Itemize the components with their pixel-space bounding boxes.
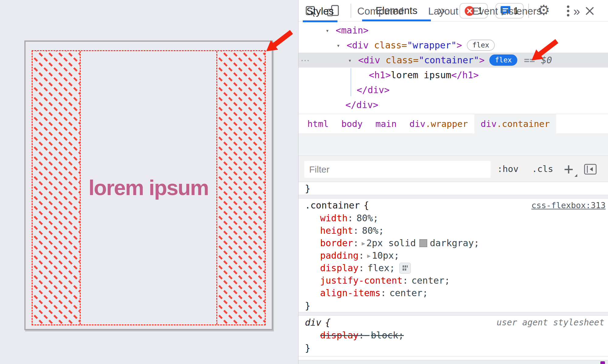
css-prop-align-items[interactable]: align-items: center; bbox=[299, 287, 608, 299]
toggle-class-button[interactable]: .cls bbox=[532, 156, 553, 182]
colon: : bbox=[358, 250, 364, 261]
prop-value: block bbox=[371, 330, 398, 341]
section-divider bbox=[299, 356, 608, 356]
css-prop-justify-content[interactable]: justify-content: center; bbox=[299, 274, 608, 287]
h1-text-node: lorem ipsum bbox=[391, 70, 451, 80]
prop-name[interactable]: height bbox=[320, 225, 353, 236]
styles-filter-input[interactable] bbox=[304, 161, 491, 178]
stylesheet-source-link[interactable]: css-flexbox:313 bbox=[531, 201, 606, 210]
breadcrumb-body[interactable]: body bbox=[335, 114, 369, 133]
prop-name: display bbox=[320, 330, 358, 341]
container-rule-selector-line[interactable]: .container { css-flexbox:313 bbox=[299, 198, 608, 212]
prop-value[interactable]: center bbox=[411, 275, 444, 286]
overridden-declaration: display: block; bbox=[320, 330, 404, 341]
breadcrumb: html body main div.wrapper div.container bbox=[299, 114, 608, 133]
rule-separator bbox=[299, 312, 608, 316]
toggle-hover-state-button[interactable]: :hov bbox=[497, 156, 519, 182]
css-prop-display-overridden[interactable]: display: block; bbox=[299, 329, 608, 341]
more-panels-chevron-icon[interactable]: » bbox=[570, 0, 584, 22]
container-element-preview: lorem ipsum bbox=[24, 40, 273, 330]
prop-value-color[interactable]: darkgray bbox=[430, 238, 474, 248]
expand-twisty-icon[interactable]: ▾ bbox=[326, 27, 333, 34]
dom-row-div-container[interactable]: ▾ <div class="container"> flex == $0 bbox=[348, 53, 552, 68]
semicolon: ; bbox=[390, 263, 395, 273]
red-annotation-arrow-flex-badge bbox=[530, 38, 559, 61]
tab-computed[interactable]: Computed bbox=[354, 0, 407, 22]
semicolon: ; bbox=[398, 330, 404, 341]
toggle-sidebar-icon[interactable] bbox=[584, 163, 597, 175]
hatch-pattern-left-icon bbox=[33, 51, 80, 324]
prop-name[interactable]: padding bbox=[320, 250, 358, 261]
rule-selector[interactable]: .container bbox=[305, 200, 360, 211]
screenshot-stage: lorem ipsum bbox=[0, 0, 608, 364]
open-brace: { bbox=[364, 200, 369, 211]
color-swatch[interactable] bbox=[419, 239, 427, 247]
breadcrumb-div-container-selected[interactable]: div.container bbox=[474, 114, 556, 133]
flex-badge-wrapper[interactable]: flex bbox=[467, 40, 494, 51]
clipped-next-section-text bbox=[600, 361, 605, 364]
tab-styles[interactable]: Styles bbox=[303, 0, 337, 22]
colon: : bbox=[381, 288, 386, 298]
dom-indent-guide bbox=[351, 68, 351, 96]
dom-row-close-wrapper[interactable]: </div> bbox=[345, 97, 378, 112]
toolbar-divider bbox=[351, 4, 351, 18]
dom-row-h1[interactable]: <h1>lorem ipsum</h1> bbox=[369, 68, 479, 82]
css-prop-display[interactable]: display: flex; bbox=[299, 262, 608, 274]
attr-value-container: "container" bbox=[419, 55, 479, 65]
new-rule-dropdown-corner-icon bbox=[575, 174, 577, 177]
tag-main: <main> bbox=[336, 25, 369, 36]
tab-styles-active-underline bbox=[303, 20, 337, 22]
prop-name[interactable]: width bbox=[320, 213, 348, 223]
tag-div-closing: </div> bbox=[357, 85, 390, 95]
tag-div-wrapper: <div bbox=[347, 40, 374, 51]
tab-event-listeners[interactable]: Event Listeners bbox=[469, 0, 545, 22]
ua-rule-selector-line[interactable]: div { user agent stylesheet bbox=[299, 316, 608, 329]
css-prop-border[interactable]: border: ▶ 2px solid darkgray; bbox=[299, 237, 608, 249]
colon: : bbox=[358, 263, 364, 273]
prop-value[interactable]: center bbox=[390, 288, 422, 298]
prop-name[interactable]: border bbox=[320, 238, 353, 248]
dom-row-gutter-dots-icon[interactable]: ⋯ bbox=[301, 53, 310, 68]
flexbox-overlay: lorem ipsum bbox=[32, 50, 266, 325]
dom-row-close-container[interactable]: </div> bbox=[357, 82, 390, 97]
prop-value[interactable]: 80% bbox=[362, 225, 378, 236]
tag-close-bracket: > bbox=[479, 55, 484, 65]
prop-value[interactable]: 80% bbox=[356, 213, 373, 223]
breadcrumb-div-wrapper[interactable]: div.wrapper bbox=[403, 114, 474, 133]
flex-free-space-left-hatch bbox=[33, 51, 81, 324]
dom-row-div-wrapper[interactable]: ▾ <div class="wrapper"> flex bbox=[337, 38, 495, 53]
tab-layout[interactable]: Layout bbox=[425, 0, 462, 22]
prop-value[interactable]: 2px solid bbox=[366, 238, 416, 248]
prop-value[interactable]: flex bbox=[368, 263, 390, 273]
css-prop-width[interactable]: width: 80%; bbox=[299, 212, 608, 224]
attr-class: class= bbox=[374, 40, 407, 51]
colon: : bbox=[353, 225, 358, 236]
styles-filter-bar: :hov .cls + bbox=[299, 156, 608, 182]
semicolon: ; bbox=[394, 250, 399, 261]
tag-div-container: <div bbox=[358, 55, 386, 65]
close-brace: } bbox=[305, 183, 310, 194]
tab-computed-label: Computed bbox=[357, 5, 404, 17]
prop-value[interactable]: 10px bbox=[372, 250, 394, 261]
tab-event-listeners-label: Event Listeners bbox=[472, 5, 541, 17]
css-prop-padding[interactable]: padding: ▶ 10px; bbox=[299, 249, 608, 262]
prop-name[interactable]: display bbox=[320, 263, 358, 273]
colon: : bbox=[348, 213, 353, 223]
flex-badge-container-active[interactable]: flex bbox=[489, 54, 517, 66]
breadcrumb-html[interactable]: html bbox=[301, 114, 335, 133]
css-prop-height[interactable]: height: 80%; bbox=[299, 224, 608, 237]
expand-shorthand-icon[interactable]: ▶ bbox=[362, 240, 365, 247]
breadcrumb-main[interactable]: main bbox=[369, 114, 403, 133]
dom-row-main[interactable]: ▾ <main> bbox=[326, 23, 369, 38]
new-style-rule-button[interactable]: + bbox=[564, 156, 573, 182]
hatch-pattern-right-icon bbox=[217, 51, 265, 324]
prop-name[interactable]: justify-content bbox=[320, 275, 403, 286]
rule-selector: div bbox=[305, 317, 321, 328]
open-brace: { bbox=[325, 317, 330, 328]
expand-twisty-icon[interactable]: ▾ bbox=[337, 42, 344, 49]
expand-shorthand-icon[interactable]: ▶ bbox=[367, 252, 371, 259]
flex-editor-button[interactable] bbox=[399, 263, 411, 274]
close-devtools-icon[interactable] bbox=[584, 5, 596, 17]
expand-twisty-icon[interactable]: ▾ bbox=[348, 57, 355, 64]
prop-name[interactable]: align-items bbox=[320, 288, 381, 298]
